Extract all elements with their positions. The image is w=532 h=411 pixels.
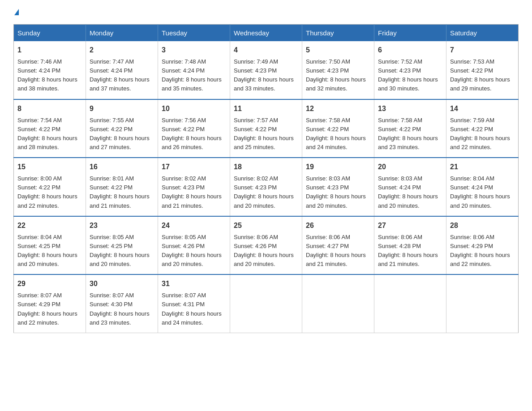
calendar-week-5: 29Sunrise: 8:07 AMSunset: 4:29 PMDayligh… [14, 274, 519, 333]
calendar-cell: 15Sunrise: 8:00 AMSunset: 4:22 PMDayligh… [14, 158, 86, 216]
day-number: 22 [17, 220, 82, 231]
calendar-cell: 21Sunrise: 8:04 AMSunset: 4:24 PMDayligh… [446, 158, 519, 216]
calendar-header-row: SundayMondayTuesdayWednesdayThursdayFrid… [14, 25, 519, 42]
day-info: Sunrise: 7:49 AMSunset: 4:23 PMDaylight:… [234, 58, 294, 92]
day-info: Sunrise: 8:05 AMSunset: 4:25 PMDaylight:… [90, 234, 150, 267]
calendar-week-2: 8Sunrise: 7:54 AMSunset: 4:22 PMDaylight… [14, 99, 519, 158]
calendar-cell: 7Sunrise: 7:53 AMSunset: 4:22 PMDaylight… [446, 41, 519, 99]
day-number: 4 [234, 45, 298, 56]
day-info: Sunrise: 8:03 AMSunset: 4:24 PMDaylight:… [378, 175, 438, 209]
day-info: Sunrise: 7:47 AMSunset: 4:24 PMDaylight:… [90, 58, 150, 92]
logo-triangle-icon [14, 9, 19, 15]
day-number: 19 [306, 162, 370, 172]
calendar-cell: 5Sunrise: 7:50 AMSunset: 4:23 PMDaylight… [302, 41, 374, 99]
calendar-week-1: 1Sunrise: 7:46 AMSunset: 4:24 PMDaylight… [14, 41, 519, 99]
calendar-cell: 13Sunrise: 7:58 AMSunset: 4:22 PMDayligh… [374, 99, 446, 158]
day-info: Sunrise: 7:50 AMSunset: 4:23 PMDaylight:… [306, 58, 366, 92]
calendar-cell: 18Sunrise: 8:02 AMSunset: 4:23 PMDayligh… [230, 158, 302, 216]
day-number: 15 [17, 162, 82, 172]
day-info: Sunrise: 8:02 AMSunset: 4:23 PMDaylight:… [162, 175, 222, 209]
day-info: Sunrise: 8:07 AMSunset: 4:29 PMDaylight:… [17, 292, 77, 325]
day-info: Sunrise: 8:06 AMSunset: 4:26 PMDaylight:… [234, 234, 294, 267]
day-info: Sunrise: 8:06 AMSunset: 4:29 PMDaylight:… [450, 234, 510, 267]
calendar-cell: 30Sunrise: 8:07 AMSunset: 4:30 PMDayligh… [86, 274, 158, 333]
calendar-cell: 9Sunrise: 7:55 AMSunset: 4:22 PMDaylight… [86, 99, 158, 158]
calendar-cell: 8Sunrise: 7:54 AMSunset: 4:22 PMDaylight… [14, 99, 86, 158]
day-number: 3 [162, 45, 226, 56]
day-number: 9 [90, 103, 154, 114]
calendar-cell: 31Sunrise: 8:07 AMSunset: 4:31 PMDayligh… [158, 274, 230, 333]
day-number: 25 [234, 220, 298, 231]
day-info: Sunrise: 7:57 AMSunset: 4:22 PMDaylight:… [234, 117, 294, 150]
day-info: Sunrise: 8:07 AMSunset: 4:31 PMDaylight:… [162, 292, 222, 325]
calendar-cell: 24Sunrise: 8:05 AMSunset: 4:26 PMDayligh… [158, 216, 230, 275]
day-info: Sunrise: 8:06 AMSunset: 4:28 PMDaylight:… [378, 234, 438, 267]
calendar-cell: 14Sunrise: 7:59 AMSunset: 4:22 PMDayligh… [446, 99, 519, 158]
calendar-cell: 29Sunrise: 8:07 AMSunset: 4:29 PMDayligh… [14, 274, 86, 333]
day-info: Sunrise: 7:52 AMSunset: 4:23 PMDaylight:… [378, 58, 438, 92]
day-number: 27 [378, 220, 442, 231]
calendar-cell: 26Sunrise: 8:06 AMSunset: 4:27 PMDayligh… [302, 216, 374, 275]
calendar-cell: 25Sunrise: 8:06 AMSunset: 4:26 PMDayligh… [230, 216, 302, 275]
day-number: 31 [162, 278, 226, 289]
day-info: Sunrise: 8:06 AMSunset: 4:27 PMDaylight:… [306, 234, 366, 267]
calendar-cell: 19Sunrise: 8:03 AMSunset: 4:23 PMDayligh… [302, 158, 374, 216]
day-number: 7 [450, 45, 515, 56]
day-info: Sunrise: 8:07 AMSunset: 4:30 PMDaylight:… [90, 292, 150, 325]
col-header-friday: Friday [374, 25, 446, 42]
day-number: 29 [17, 278, 82, 289]
day-info: Sunrise: 8:01 AMSunset: 4:22 PMDaylight:… [90, 175, 150, 209]
day-info: Sunrise: 8:04 AMSunset: 4:24 PMDaylight:… [450, 175, 510, 209]
day-info: Sunrise: 8:02 AMSunset: 4:23 PMDaylight:… [234, 175, 294, 209]
logo [13, 9, 19, 15]
col-header-wednesday: Wednesday [230, 25, 302, 42]
day-number: 21 [450, 162, 515, 172]
day-number: 13 [378, 103, 442, 114]
calendar-cell: 16Sunrise: 8:01 AMSunset: 4:22 PMDayligh… [86, 158, 158, 216]
day-info: Sunrise: 8:04 AMSunset: 4:25 PMDaylight:… [17, 234, 77, 267]
day-info: Sunrise: 7:46 AMSunset: 4:24 PMDaylight:… [17, 58, 77, 92]
calendar-cell: 11Sunrise: 7:57 AMSunset: 4:22 PMDayligh… [230, 99, 302, 158]
calendar-week-4: 22Sunrise: 8:04 AMSunset: 4:25 PMDayligh… [14, 216, 519, 275]
day-info: Sunrise: 7:59 AMSunset: 4:22 PMDaylight:… [450, 117, 510, 150]
col-header-monday: Monday [86, 25, 158, 42]
day-info: Sunrise: 7:53 AMSunset: 4:22 PMDaylight:… [450, 58, 510, 92]
calendar-cell: 10Sunrise: 7:56 AMSunset: 4:22 PMDayligh… [158, 99, 230, 158]
calendar-cell: 27Sunrise: 8:06 AMSunset: 4:28 PMDayligh… [374, 216, 446, 275]
day-info: Sunrise: 8:03 AMSunset: 4:23 PMDaylight:… [306, 175, 366, 209]
day-info: Sunrise: 7:48 AMSunset: 4:24 PMDaylight:… [162, 58, 222, 92]
day-number: 1 [17, 45, 82, 56]
calendar-cell: 2Sunrise: 7:47 AMSunset: 4:24 PMDaylight… [86, 41, 158, 99]
day-number: 23 [90, 220, 154, 231]
calendar-cell: 4Sunrise: 7:49 AMSunset: 4:23 PMDaylight… [230, 41, 302, 99]
day-info: Sunrise: 7:58 AMSunset: 4:22 PMDaylight:… [306, 117, 366, 150]
calendar-cell: 28Sunrise: 8:06 AMSunset: 4:29 PMDayligh… [446, 216, 519, 275]
day-number: 16 [90, 162, 154, 172]
calendar-cell: 3Sunrise: 7:48 AMSunset: 4:24 PMDaylight… [158, 41, 230, 99]
calendar-cell [374, 274, 446, 333]
day-info: Sunrise: 7:58 AMSunset: 4:22 PMDaylight:… [378, 117, 438, 150]
calendar-cell: 22Sunrise: 8:04 AMSunset: 4:25 PMDayligh… [14, 216, 86, 275]
calendar-cell: 17Sunrise: 8:02 AMSunset: 4:23 PMDayligh… [158, 158, 230, 216]
day-info: Sunrise: 7:56 AMSunset: 4:22 PMDaylight:… [162, 117, 222, 150]
col-header-thursday: Thursday [302, 25, 374, 42]
day-number: 14 [450, 103, 515, 114]
col-header-saturday: Saturday [446, 25, 519, 42]
calendar-cell: 6Sunrise: 7:52 AMSunset: 4:23 PMDaylight… [374, 41, 446, 99]
day-info: Sunrise: 7:55 AMSunset: 4:22 PMDaylight:… [90, 117, 150, 150]
day-number: 10 [162, 103, 226, 114]
day-number: 20 [378, 162, 442, 172]
day-number: 28 [450, 220, 515, 231]
calendar-cell: 12Sunrise: 7:58 AMSunset: 4:22 PMDayligh… [302, 99, 374, 158]
day-number: 26 [306, 220, 370, 231]
calendar-cell [302, 274, 374, 333]
day-number: 24 [162, 220, 226, 231]
page-header [13, 9, 519, 15]
day-info: Sunrise: 8:05 AMSunset: 4:26 PMDaylight:… [162, 234, 222, 267]
calendar-cell [230, 274, 302, 333]
calendar-cell: 1Sunrise: 7:46 AMSunset: 4:24 PMDaylight… [14, 41, 86, 99]
calendar-cell: 20Sunrise: 8:03 AMSunset: 4:24 PMDayligh… [374, 158, 446, 216]
day-number: 5 [306, 45, 370, 56]
day-number: 8 [17, 103, 82, 114]
calendar-cell [446, 274, 519, 333]
